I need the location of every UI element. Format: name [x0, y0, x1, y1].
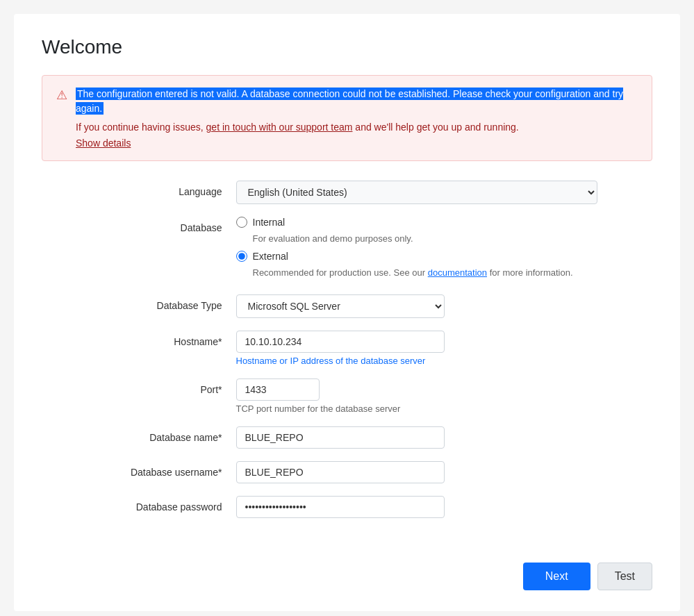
db-name-control — [236, 426, 597, 449]
port-row: Port* TCP port number for the database s… — [97, 378, 597, 414]
database-type-select[interactable]: Microsoft SQL Server PostgreSQL MySQL — [236, 294, 445, 318]
alert-secondary-after-link: and we'll help get you up and running. — [355, 122, 518, 133]
database-internal-hint: For evaluation and demo purposes only. — [253, 233, 597, 244]
database-row: Database Internal For evaluation and dem… — [97, 217, 597, 282]
page-title: Welcome — [42, 36, 652, 58]
db-username-row: Database username* — [97, 461, 597, 483]
alert-highlighted-text: The configuration entered is not valid. … — [76, 88, 623, 115]
documentation-link[interactable]: documentation — [428, 267, 487, 278]
port-hint: TCP port number for the database server — [236, 403, 597, 414]
database-type-label: Database Type — [97, 294, 236, 311]
database-external-hint: Recommended for production use. See our … — [253, 267, 597, 278]
port-input[interactable] — [236, 378, 320, 401]
database-external-hint-before: Recommended for production use. See our — [253, 267, 426, 278]
database-control: Internal For evaluation and demo purpose… — [236, 217, 597, 282]
page-container: Welcome ⚠ The configuration entered is n… — [14, 14, 680, 611]
database-internal-item: Internal — [236, 217, 597, 228]
hostname-row: Hostname* Hostname or IP address of the … — [97, 331, 597, 366]
database-radio-group: Internal For evaluation and demo purpose… — [236, 217, 597, 282]
port-label: Port* — [97, 378, 236, 395]
db-password-input[interactable] — [236, 496, 445, 518]
database-external-hint-after: for more information. — [490, 267, 573, 278]
hostname-hint: Hostname or IP address of the database s… — [236, 356, 597, 366]
alert-secondary-text: If you continue having issues, get in to… — [76, 122, 638, 133]
error-icon: ⚠ — [56, 88, 67, 149]
database-label: Database — [97, 217, 236, 233]
support-team-link[interactable]: get in touch with our support team — [206, 122, 353, 133]
show-details-button[interactable]: Show details — [76, 138, 131, 149]
db-password-row: Database password — [97, 496, 597, 518]
db-username-label: Database username* — [97, 461, 236, 478]
db-password-control — [236, 496, 597, 518]
database-external-label[interactable]: External — [253, 251, 288, 262]
database-external-item: External — [236, 251, 597, 262]
database-internal-label[interactable]: Internal — [253, 217, 286, 228]
language-select[interactable]: English (United States) French German Sp… — [236, 181, 597, 204]
db-name-row: Database name* — [97, 426, 597, 449]
port-control: TCP port number for the database server — [236, 378, 597, 414]
language-control: English (United States) French German Sp… — [236, 181, 597, 204]
hostname-control: Hostname or IP address of the database s… — [236, 331, 597, 366]
test-button[interactable]: Test — [597, 563, 652, 590]
db-username-input[interactable] — [236, 461, 445, 483]
footer-buttons: Next Test — [523, 563, 652, 590]
form-section: Language English (United States) French … — [97, 181, 597, 518]
database-type-control: Microsoft SQL Server PostgreSQL MySQL — [236, 294, 597, 318]
db-name-input[interactable] — [236, 426, 445, 449]
db-name-label: Database name* — [97, 426, 236, 443]
alert-box: ⚠ The configuration entered is not valid… — [42, 75, 652, 161]
hostname-label: Hostname* — [97, 331, 236, 347]
next-button[interactable]: Next — [523, 563, 590, 590]
db-password-label: Database password — [97, 496, 236, 513]
alert-secondary-before-link: If you continue having issues, — [76, 122, 204, 133]
database-type-row: Database Type Microsoft SQL Server Postg… — [97, 294, 597, 318]
language-label: Language — [97, 181, 236, 197]
db-username-control — [236, 461, 597, 483]
database-external-radio[interactable] — [236, 251, 247, 262]
hostname-input[interactable] — [236, 331, 445, 353]
alert-content: The configuration entered is not valid. … — [76, 87, 638, 149]
alert-main-text: The configuration entered is not valid. … — [76, 87, 638, 116]
database-internal-radio[interactable] — [236, 217, 247, 228]
language-row: Language English (United States) French … — [97, 181, 597, 204]
